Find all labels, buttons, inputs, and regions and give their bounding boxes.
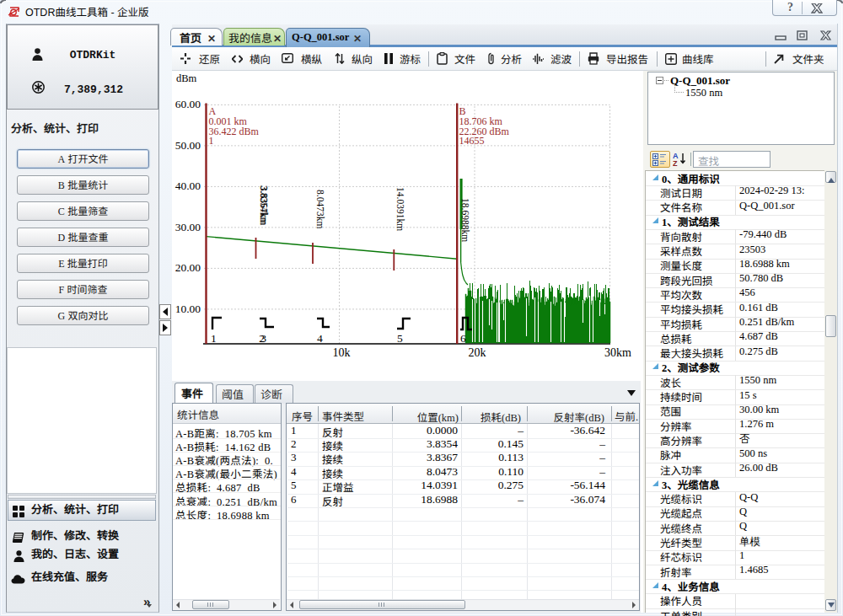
svg-text:5: 5 [397, 332, 403, 345]
svg-text:8.0473km: 8.0473km [315, 190, 325, 228]
svg-text:18.6988km: 18.6988km [460, 198, 470, 242]
svg-text:14.0391km: 14.0391km [395, 187, 405, 231]
svg-text:14655: 14655 [459, 135, 485, 147]
svg-text:1: 1 [211, 332, 217, 345]
svg-text:1: 1 [209, 135, 214, 147]
svg-text:30km: 30km [604, 346, 631, 359]
svg-text:Z: Z [673, 159, 678, 167]
svg-text:36.422 dBm: 36.422 dBm [209, 126, 260, 137]
svg-text:50.00: 50.00 [175, 139, 201, 152]
svg-text:20.00: 20.00 [175, 261, 201, 274]
svg-text:4: 4 [317, 332, 323, 345]
svg-text:10.00: 10.00 [175, 303, 201, 315]
svg-text:60.00: 60.00 [175, 98, 201, 110]
svg-text:10k: 10k [333, 346, 351, 359]
svg-text:40.00: 40.00 [175, 179, 201, 192]
svg-text:20k: 20k [469, 346, 486, 359]
svg-text:3.8367km: 3.8367km [259, 186, 269, 225]
svg-text:6: 6 [460, 332, 466, 345]
svg-text:dBm: dBm [176, 72, 197, 84]
svg-text:3: 3 [260, 332, 266, 345]
svg-text:30.00: 30.00 [175, 221, 201, 233]
